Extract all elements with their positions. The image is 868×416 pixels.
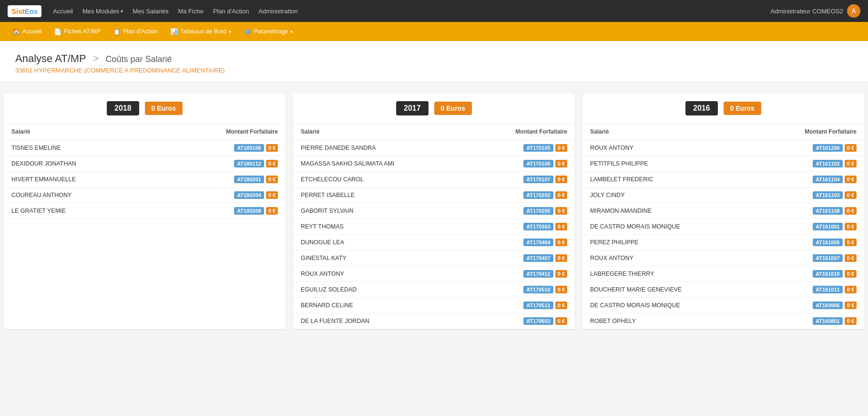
table-row: EGUILUZ SOLEDADAT1705100 € [293,282,575,298]
euro-badge: 0 € [845,160,857,167]
euros-badge-2016: 0 Euros [724,102,761,115]
col-header-0: Salarié [293,124,468,140]
badge-cell: AT1704070 € [468,250,575,266]
clipboard-icon: 📋 [113,28,121,35]
euro-badge: 0 € [555,191,567,199]
employee-name: ROUX ANTONY [582,250,756,266]
chevron-down-icon-2: ▾ [290,29,293,34]
employee-name: PIERRE DANEDE SANDRA [293,140,468,156]
nav-ma-fiche[interactable]: Ma Fiche [178,8,203,15]
employee-name: DE CASTRO MORAIS MONIQUE [582,219,756,235]
table-row: COUREAU ANTHONYAT1802040 € [4,187,286,203]
at-badge: AT180106 [234,144,264,152]
badge-cell: AT1704120 € [468,266,575,282]
badge-cell: AT1611020 € [756,156,864,172]
at-badge: AT170303 [523,223,553,230]
euro-badge: 0 € [845,191,857,199]
nav-mes-salaries[interactable]: Mes Salariés [133,8,168,15]
subnav-parametrage[interactable]: ⚙️ Paramétrage ▾ [239,26,297,37]
document-icon: 📄 [54,28,61,35]
table-row: DE CASTRO MORAIS MONIQUEAT1610010 € [582,219,864,235]
table-row: GINESTAL KATYAT1704070 € [293,250,575,266]
year-header-2017: 20170 Euros [293,94,575,124]
page-company: 33651 HYPERMARCHE (COMMERCE A PREDOMINAN… [15,67,853,74]
table-row: ROBET OPHELYAT1608010 € [582,313,864,329]
employee-name: REYT THOMAS [293,219,468,235]
badge-cell: AT1802010 € [157,172,286,187]
col-header-1: Montant Forfaitaire [157,124,286,140]
nav-administration[interactable]: Administration [258,8,297,15]
at-badge: AT161005 [813,239,843,246]
euro-badge: 0 € [266,191,278,199]
year-header-2016: 20160 Euros [582,94,864,124]
table-row: ROUX ANTONYAT1612060 € [582,140,864,156]
badge-cell: AT1610070 € [756,250,864,266]
at-badge: AT170412 [523,270,553,278]
home-icon: 🏠 [12,28,20,35]
at-badge: AT161001 [813,223,843,230]
table-row: DE LA FUENTE JORDANAT1706020 € [293,313,575,329]
at-badge: AT160906 [813,302,843,309]
badge-cell: AT1610100 € [756,266,864,282]
table-row: ROUX ANTONYAT1610070 € [582,250,864,266]
subnav-tableaux-bord[interactable]: 📊 Tableaux de Bord ▾ [165,26,236,37]
at-badge: AT170106 [523,160,553,167]
subnav-accueil[interactable]: 🏠 Accueil [8,26,46,37]
employee-name: TISNES EMELINE [4,140,157,156]
at-badge: AT161103 [813,191,843,199]
subnav-fiches-atmp[interactable]: 📄 Fiches AT/MP [49,26,105,37]
table-row: LE GRATIET YEMIEAT1802080 € [4,203,286,219]
employee-name: LAMBELET FREDERIC [582,172,756,187]
table-row: JOLY CINDYAT1611030 € [582,187,864,203]
employee-name: PEREZ PHILIPPE [582,235,756,250]
badge-cell: AT1802040 € [157,187,286,203]
table-row: REYT THOMASAT1703030 € [293,219,575,235]
table-row: LAMBELET FREDERICAT1611040 € [582,172,864,187]
table-row: PETITFILS PHILIPPEAT1611020 € [582,156,864,172]
euro-badge: 0 € [555,302,567,309]
year-table-2017: SalariéMontant ForfaitairePIERRE DANEDE … [293,124,575,329]
breadcrumb-arrow: > [93,52,99,64]
euro-badge: 0 € [845,239,857,246]
employee-name: DEXIDOUR JONATHAN [4,156,157,172]
employee-name: GABORIT SYLVAIN [293,203,468,219]
euro-badge: 0 € [555,286,567,293]
employee-name: PETITFILS PHILIPPE [582,156,756,172]
nav-accueil[interactable]: Accueil [53,8,73,15]
subnav-fiches-label: Fiches AT/MP [64,28,101,35]
gear-icon: ⚙️ [244,28,251,35]
euro-badge: 0 € [266,144,278,152]
year-columns-wrapper: 20180 EurosSalariéMontant ForfaitaireTIS… [0,82,868,341]
table-row: TISNES EMELINEAT1801060 € [4,140,286,156]
employee-name: ROUX ANTONY [582,140,756,156]
employee-name: COUREAU ANTHONY [4,187,157,203]
table-row: DUNOGUE LEAAT1704040 € [293,235,575,250]
logo[interactable]: SistEos [8,5,41,17]
euros-badge-2018: 0 Euros [145,102,183,115]
top-nav-links: Accueil Mes Modules▾ Mes Salariés Ma Fic… [53,8,771,15]
badge-cell: AT1610050 € [756,235,864,250]
year-column-2017: 20170 EurosSalariéMontant ForfaitairePIE… [293,94,575,329]
col-header-0: Salarié [582,124,756,140]
col-header-0: Salarié [4,124,157,140]
at-badge: AT170105 [523,144,553,152]
year-header-2018: 20180 Euros [4,94,286,124]
badge-cell: AT1706020 € [468,313,575,329]
employee-name: ROBET OPHELY [582,313,756,329]
euro-badge: 0 € [555,270,567,278]
badge-cell: AT1611080 € [756,203,864,219]
badge-cell: AT1802080 € [157,203,286,219]
badge-cell: AT1611030 € [756,187,864,203]
nav-mes-modules[interactable]: Mes Modules▾ [82,8,123,15]
badge-cell: AT1704040 € [468,235,575,250]
euro-badge: 0 € [845,302,857,309]
sub-navigation: 🏠 Accueil 📄 Fiches AT/MP 📋 Plan d'Action… [0,22,868,41]
subnav-plan-label: Plan d'Action [123,28,158,35]
subnav-plan-action[interactable]: 📋 Plan d'Action [108,26,163,37]
employee-name: DUNOGUE LEA [293,235,468,250]
nav-plan-action[interactable]: Plan d'Action [213,8,249,15]
employee-name: HIVERT EMMANUELLE [4,172,157,187]
badge-cell: AT1702050 € [468,203,575,219]
employee-name: EGUILUZ SOLEDAD [293,282,468,298]
badge-cell: AT1702020 € [468,187,575,203]
